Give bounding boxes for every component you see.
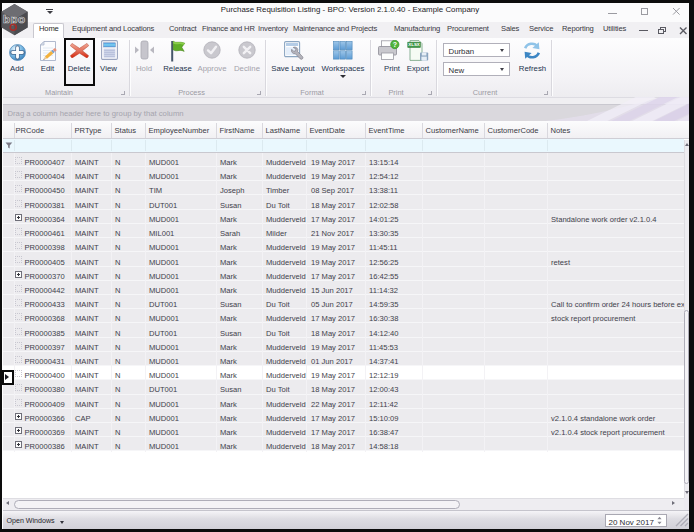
svg-text:XLSX: XLSX [408, 42, 420, 47]
svg-text:bpo: bpo [3, 12, 25, 24]
svg-text:?: ? [392, 41, 396, 48]
